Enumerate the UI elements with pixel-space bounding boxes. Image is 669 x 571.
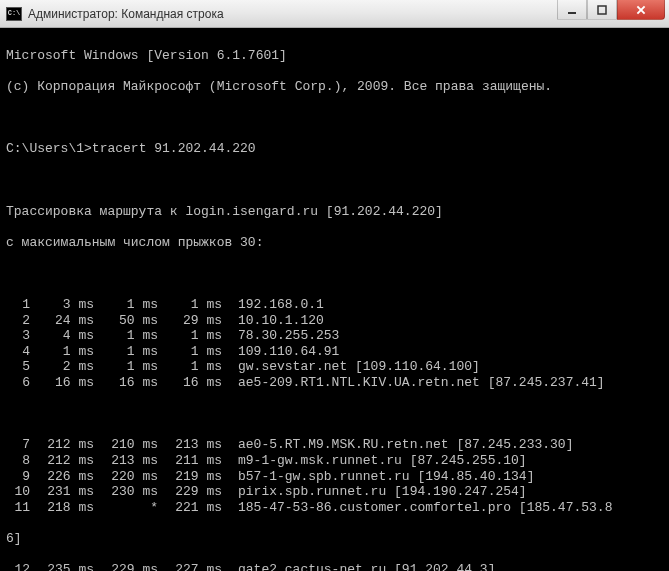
hop-host: gw.sevstar.net [109.110.64.100] bbox=[222, 359, 663, 375]
close-button[interactable] bbox=[617, 0, 665, 20]
hop-time3: 29 ms bbox=[158, 313, 222, 329]
trace-target: Трассировка маршрута к login.isengard.ru… bbox=[6, 204, 663, 220]
cmd-window: Администратор: Командная строка Microsof… bbox=[0, 0, 669, 571]
hop-number: 10 bbox=[6, 484, 30, 500]
hop-time3: 16 ms bbox=[158, 375, 222, 391]
hop-row: 7212 ms210 ms213 msae0-5.RT.M9.MSK.RU.re… bbox=[6, 437, 663, 453]
hop-time2: 1 ms bbox=[94, 328, 158, 344]
prompt: C:\Users\1> bbox=[6, 141, 92, 156]
hop-number: 4 bbox=[6, 344, 30, 360]
hop-time2: 213 ms bbox=[94, 453, 158, 469]
hop-time1: 235 ms bbox=[30, 562, 94, 571]
hop-time2: 1 ms bbox=[94, 344, 158, 360]
hop-time2: 1 ms bbox=[94, 359, 158, 375]
hop-time1: 212 ms bbox=[30, 453, 94, 469]
hop-time3: 1 ms bbox=[158, 359, 222, 375]
command: tracert 91.202.44.220 bbox=[92, 141, 256, 156]
hop-time2: * bbox=[94, 500, 158, 516]
hop-time3: 219 ms bbox=[158, 469, 222, 485]
hop-time3: 1 ms bbox=[158, 344, 222, 360]
hop-time1: 3 ms bbox=[30, 297, 94, 313]
hop-host: ae0-5.RT.M9.MSK.RU.retn.net [87.245.233.… bbox=[222, 437, 663, 453]
hop-number: 2 bbox=[6, 313, 30, 329]
hop-time1: 24 ms bbox=[30, 313, 94, 329]
maximize-icon bbox=[597, 5, 607, 15]
svg-rect-1 bbox=[598, 6, 606, 14]
hop-row: 9226 ms220 ms219 msb57-1-gw.spb.runnet.r… bbox=[6, 469, 663, 485]
hop-row: 11218 ms*221 ms185-47-53-86.customer.com… bbox=[6, 500, 663, 516]
hop-row: 41 ms1 ms1 ms109.110.64.91 bbox=[6, 344, 663, 360]
version-line: Microsoft Windows [Version 6.1.7601] bbox=[6, 48, 663, 64]
hop-time1: 4 ms bbox=[30, 328, 94, 344]
hop-time2: 229 ms bbox=[94, 562, 158, 571]
hop-time3: 1 ms bbox=[158, 297, 222, 313]
hop-number: 7 bbox=[6, 437, 30, 453]
hop-number: 8 bbox=[6, 453, 30, 469]
hop-time2: 230 ms bbox=[94, 484, 158, 500]
hop-number: 12 bbox=[6, 562, 30, 571]
hop-host: ae5-209.RT1.NTL.KIV.UA.retn.net [87.245.… bbox=[222, 375, 663, 391]
hop-number: 5 bbox=[6, 359, 30, 375]
hop-time1: 1 ms bbox=[30, 344, 94, 360]
hop-host: 10.10.1.120 bbox=[222, 313, 663, 329]
hop-host: m9-1-gw.msk.runnet.ru [87.245.255.10] bbox=[222, 453, 663, 469]
hop-host: pirix.spb.runnet.ru [194.190.247.254] bbox=[222, 484, 663, 500]
hop-host: gate2.cactus-net.ru [91.202.44.3] bbox=[222, 562, 663, 571]
wrap-line: 6] bbox=[6, 531, 663, 547]
close-icon bbox=[635, 4, 647, 16]
hop-host: b57-1-gw.spb.runnet.ru [194.85.40.134] bbox=[222, 469, 663, 485]
hop-time2: 1 ms bbox=[94, 297, 158, 313]
hop-time3: 211 ms bbox=[158, 453, 222, 469]
hop-number: 6 bbox=[6, 375, 30, 391]
hop-row: 224 ms50 ms29 ms10.10.1.120 bbox=[6, 313, 663, 329]
hop-row: 13 ms1 ms1 ms192.168.0.1 bbox=[6, 297, 663, 313]
copyright-line: (c) Корпорация Майкрософт (Microsoft Cor… bbox=[6, 79, 663, 95]
hop-time2: 220 ms bbox=[94, 469, 158, 485]
maximize-button[interactable] bbox=[587, 0, 617, 20]
terminal-output[interactable]: Microsoft Windows [Version 6.1.7601] (c)… bbox=[0, 28, 669, 571]
hop-time1: 218 ms bbox=[30, 500, 94, 516]
hop-time3: 1 ms bbox=[158, 328, 222, 344]
hop-time3: 221 ms bbox=[158, 500, 222, 516]
minimize-icon bbox=[567, 5, 577, 15]
hop-time3: 213 ms bbox=[158, 437, 222, 453]
prompt-line: C:\Users\1>tracert 91.202.44.220 bbox=[6, 141, 663, 157]
hop-number: 3 bbox=[6, 328, 30, 344]
hop-row: 52 ms1 ms1 msgw.sevstar.net [109.110.64.… bbox=[6, 359, 663, 375]
window-controls bbox=[557, 0, 665, 20]
hop-time3: 227 ms bbox=[158, 562, 222, 571]
hop-time2: 210 ms bbox=[94, 437, 158, 453]
hop-time1: 226 ms bbox=[30, 469, 94, 485]
cmd-icon bbox=[6, 7, 22, 21]
hop-time3: 229 ms bbox=[158, 484, 222, 500]
hop-row: 12235 ms229 ms227 msgate2.cactus-net.ru … bbox=[6, 562, 663, 571]
hop-host: 192.168.0.1 bbox=[222, 297, 663, 313]
hop-host: 109.110.64.91 bbox=[222, 344, 663, 360]
hop-host: 78.30.255.253 bbox=[222, 328, 663, 344]
hop-number: 1 bbox=[6, 297, 30, 313]
hop-number: 11 bbox=[6, 500, 30, 516]
hop-time2: 50 ms bbox=[94, 313, 158, 329]
hop-row: 616 ms16 ms16 msae5-209.RT1.NTL.KIV.UA.r… bbox=[6, 375, 663, 391]
hop-time1: 231 ms bbox=[30, 484, 94, 500]
trace-maxhops: с максимальным числом прыжков 30: bbox=[6, 235, 663, 251]
hop-time2: 16 ms bbox=[94, 375, 158, 391]
titlebar[interactable]: Администратор: Командная строка bbox=[0, 0, 669, 28]
hop-row: 8212 ms213 ms211 msm9-1-gw.msk.runnet.ru… bbox=[6, 453, 663, 469]
hop-time1: 16 ms bbox=[30, 375, 94, 391]
hop-time1: 2 ms bbox=[30, 359, 94, 375]
hop-row: 10231 ms230 ms229 mspirix.spb.runnet.ru … bbox=[6, 484, 663, 500]
window-title: Администратор: Командная строка bbox=[28, 7, 557, 21]
minimize-button[interactable] bbox=[557, 0, 587, 20]
hop-number: 9 bbox=[6, 469, 30, 485]
hop-host: 185-47-53-86.customer.comfortel.pro [185… bbox=[222, 500, 663, 516]
hop-time1: 212 ms bbox=[30, 437, 94, 453]
hop-row: 34 ms1 ms1 ms78.30.255.253 bbox=[6, 328, 663, 344]
